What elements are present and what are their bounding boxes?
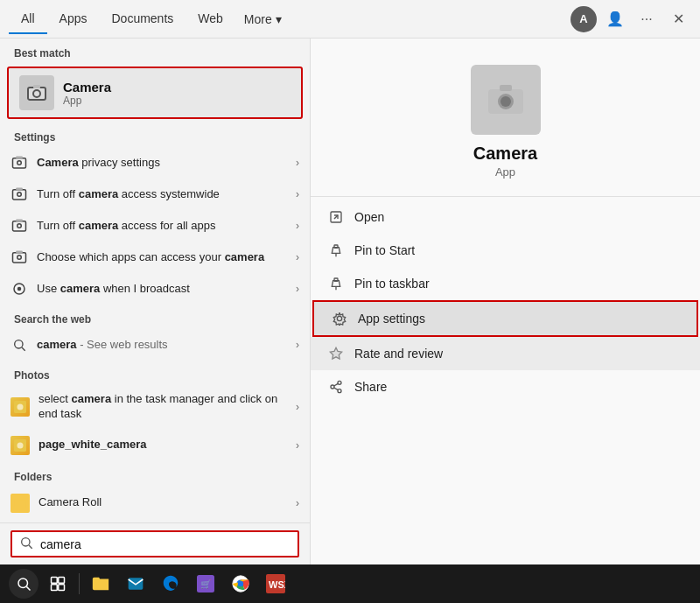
tab-more[interactable]: More ▾ [235, 5, 290, 33]
left-panel: Best match Camera App Settings Camera pr… [0, 39, 311, 564]
page-camera-text: page_white_camera [38, 438, 287, 452]
svg-rect-2 [33, 85, 40, 88]
svg-rect-12 [13, 253, 26, 263]
svg-rect-11 [16, 220, 23, 222]
right-camera-icon [471, 65, 541, 135]
best-match-text: Camera App [63, 80, 111, 107]
svg-text:WSX: WSX [269, 579, 285, 590]
best-match-header: Best match [0, 39, 310, 63]
svg-rect-3 [13, 158, 26, 168]
action-rate-review[interactable]: Rate and review [311, 337, 700, 370]
taskbar-search[interactable] [9, 569, 38, 599]
folder-camera-roll[interactable]: Camera Roll › [0, 487, 310, 520]
tab-all[interactable]: All [9, 4, 47, 34]
camera-choose-icon [10, 249, 28, 266]
svg-line-41 [334, 383, 339, 386]
pin-start-label: Pin to Start [354, 243, 415, 257]
photos-page-camera[interactable]: page_white_camera › [0, 429, 310, 462]
action-share[interactable]: Share [311, 370, 700, 403]
right-app-name: Camera [473, 144, 537, 164]
best-match-type: App [63, 95, 111, 107]
action-app-settings[interactable]: App settings [312, 300, 698, 337]
svg-line-40 [334, 388, 339, 390]
folder-icon [10, 494, 30, 513]
best-match-name: Camera [63, 80, 111, 95]
taskbar-edge[interactable] [155, 568, 186, 599]
tab-documents[interactable]: Documents [99, 4, 186, 34]
best-match-camera[interactable]: Camera App [7, 67, 303, 119]
chevron-right-icon-5: › [296, 283, 299, 295]
web-search-text: camera - See web results [37, 338, 287, 353]
svg-point-53 [238, 581, 243, 586]
tab-web[interactable]: Web [186, 4, 235, 34]
photos-task-text: select camera in the task manager and cl… [38, 392, 287, 422]
action-open[interactable]: Open [311, 200, 700, 234]
camera-app-icon [19, 75, 54, 110]
setting-access-sys[interactable]: Turn off camera access systemwide › [0, 179, 310, 210]
chevron-right-icon-6: › [296, 339, 299, 351]
svg-point-23 [22, 538, 30, 546]
chevron-right-icon-3: › [296, 220, 299, 232]
chevron-right-icon-8: › [296, 439, 299, 452]
taskbar-taskview[interactable] [42, 568, 74, 599]
search-nav-bar: All Apps Documents Web More ▾ A 👤 ··· ✕ [0, 0, 700, 39]
app-settings-label: App settings [358, 312, 425, 326]
taskbar: 🛒 WSX [0, 564, 700, 603]
svg-point-35 [337, 316, 341, 320]
taskbar-store[interactable]: 🛒 [190, 568, 221, 599]
svg-rect-46 [52, 585, 58, 591]
taskbar-mail[interactable] [120, 568, 151, 599]
close-icon[interactable]: ✕ [665, 6, 691, 32]
photos-icon [10, 397, 30, 417]
svg-line-18 [22, 347, 25, 351]
open-icon [328, 209, 344, 225]
nav-actions: A 👤 ··· ✕ [570, 6, 691, 32]
taskbar-wsxdn[interactable]: WSX [260, 568, 291, 599]
rate-review-label: Rate and review [354, 347, 443, 361]
svg-rect-5 [16, 157, 23, 159]
chevron-down-icon: ▾ [276, 12, 282, 26]
web-search-header: Search the web [0, 305, 310, 329]
svg-point-16 [18, 287, 22, 291]
svg-point-39 [338, 389, 341, 393]
setting-broadcast[interactable]: Use camera when I broadcast › [0, 273, 310, 305]
svg-rect-34 [334, 278, 338, 281]
tab-apps[interactable]: Apps [47, 4, 100, 34]
action-pin-taskbar[interactable]: Pin to taskbar [311, 267, 700, 300]
taskbar-chrome[interactable] [225, 568, 256, 599]
star-icon [328, 346, 344, 361]
setting-privacy-text: Camera privacy settings [37, 156, 287, 171]
action-pin-start[interactable]: Pin to Start [311, 234, 700, 267]
svg-point-17 [15, 340, 23, 348]
setting-access-apps[interactable]: Turn off camera access for all apps › [0, 210, 310, 242]
right-app-type: App [495, 165, 515, 179]
app-detail-header: Camera App [311, 39, 700, 197]
setting-choose-apps-text: Choose which apps can access your camera [37, 250, 287, 265]
setting-access-apps-text: Turn off camera access for all apps [37, 219, 287, 234]
search-bar [0, 522, 310, 564]
search-input[interactable] [40, 537, 290, 551]
camera-broadcast-icon [10, 280, 28, 298]
svg-point-4 [18, 161, 22, 165]
svg-rect-47 [59, 585, 65, 591]
pin-taskbar-icon [328, 276, 344, 291]
svg-point-37 [338, 381, 341, 384]
search-box[interactable] [10, 530, 299, 557]
search-icon [19, 536, 33, 552]
svg-point-42 [18, 578, 28, 588]
web-search-camera[interactable]: camera - See web results › [0, 329, 310, 361]
svg-point-27 [500, 96, 511, 107]
photos-task-manager[interactable]: select camera in the task manager and cl… [0, 385, 310, 429]
nav-tabs: All Apps Documents Web More ▾ [9, 4, 570, 34]
svg-line-43 [26, 586, 30, 590]
setting-privacy[interactable]: Camera privacy settings › [0, 147, 310, 179]
user-avatar[interactable]: A [570, 6, 597, 32]
more-options-icon[interactable]: ··· [634, 6, 660, 32]
svg-rect-32 [334, 245, 338, 248]
svg-rect-45 [59, 578, 65, 584]
taskbar-explorer[interactable] [85, 568, 116, 599]
person-icon[interactable]: 👤 [602, 6, 628, 32]
chevron-right-icon-9: › [296, 497, 299, 509]
svg-point-22 [18, 442, 24, 448]
setting-choose-apps[interactable]: Choose which apps can access your camera… [0, 242, 310, 273]
